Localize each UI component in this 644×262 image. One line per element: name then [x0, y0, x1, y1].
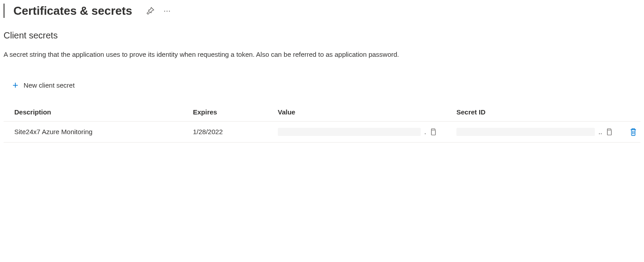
pin-icon[interactable] [146, 7, 155, 15]
column-header-value: Value [278, 108, 456, 116]
svg-rect-1 [607, 130, 611, 135]
redacted-value [278, 128, 421, 136]
more-icon[interactable]: ⋯ [163, 7, 171, 15]
section-description: A secret string that the application use… [4, 50, 640, 60]
table-header: Description Expires Value Secret ID [4, 104, 640, 122]
cell-value: . [278, 128, 456, 136]
column-header-expires: Expires [193, 108, 278, 116]
header-divider [4, 4, 4, 18]
new-client-secret-button[interactable]: + New client secret [8, 78, 79, 93]
column-header-secretid: Secret ID [456, 108, 617, 116]
column-header-description: Description [14, 108, 193, 116]
copy-value-icon[interactable] [430, 128, 437, 135]
section-title: Client secrets [4, 30, 640, 41]
svg-rect-0 [431, 130, 435, 135]
cell-description: Site24x7 Azure Monitoring [14, 128, 193, 135]
secretid-truncation: .. [598, 128, 602, 135]
value-truncation: . [424, 128, 426, 135]
cell-secretid: .. [456, 128, 617, 136]
table-row: Site24x7 Azure Monitoring 1/28/2022 . .. [4, 122, 640, 143]
plus-icon: + [13, 80, 18, 90]
copy-secretid-icon[interactable] [606, 128, 613, 135]
secrets-table: Description Expires Value Secret ID Site… [4, 104, 640, 143]
delete-icon[interactable] [630, 128, 637, 136]
page-title: Certificates & secrets [13, 4, 132, 18]
new-client-secret-label: New client secret [24, 81, 75, 89]
redacted-secretid [456, 128, 595, 136]
cell-expires: 1/28/2022 [193, 128, 278, 135]
